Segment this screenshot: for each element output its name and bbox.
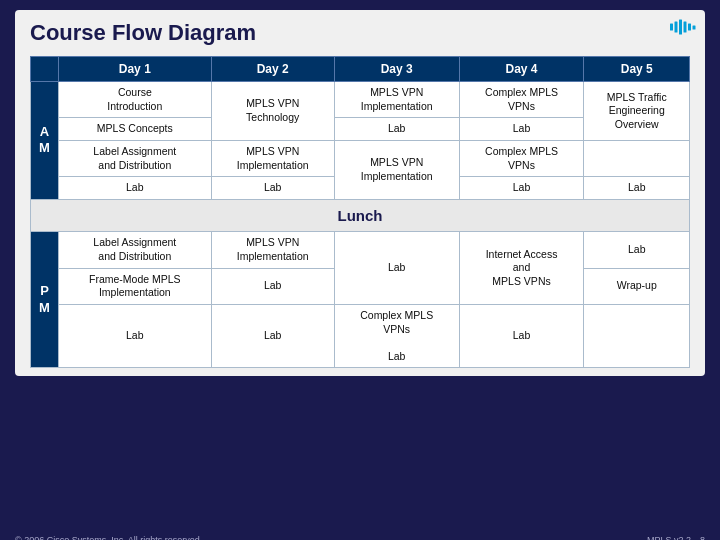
pm-3-day3: Complex MPLSVPNsLab [334,304,459,368]
lunch-row: Lunch [31,199,690,232]
header-empty [31,57,59,82]
pm-1-day4: Internet AccessandMPLS VPNs [459,232,584,305]
pm-2-day5: Wrap-up [584,268,690,304]
am-row-1: AM CourseIntroduction MPLS VPNTechnology… [31,82,690,118]
footer-copyright: © 2006 Cisco Systems, Inc. All rights re… [15,535,202,540]
pm-3-day4: Lab [459,304,584,368]
pm-2-day1: Frame-Mode MPLSImplementation [59,268,212,304]
am-3-day4: Complex MPLSVPNs [459,140,584,176]
pm-1-day2: MPLS VPNImplementation [211,232,334,268]
am-2-day4: Lab [459,118,584,141]
am-4-day5: Lab [584,177,690,200]
am-4-day2: Lab [211,177,334,200]
footer-version: MPLS v2.2—8 [647,535,705,540]
page-title: Course Flow Diagram [30,20,690,46]
am-1-day4: Complex MPLSVPNs [459,82,584,118]
pm-3-day1: Lab [59,304,212,368]
pm-2-day2: Lab [211,268,334,304]
am-2-day3: Lab [334,118,459,141]
am-1-day1: CourseIntroduction [59,82,212,118]
am-1-day3: MPLS VPNImplementation [334,82,459,118]
am-3-day1: Label Assignmentand Distribution [59,140,212,176]
pm-row-3: Lab Lab Complex MPLSVPNsLab Lab [31,304,690,368]
svg-rect-3 [684,22,687,33]
header-day2: Day 2 [211,57,334,82]
svg-rect-2 [679,20,682,35]
am-3-day3: MPLS VPNImplementation [334,140,459,199]
svg-rect-1 [675,22,678,33]
header-day4: Day 4 [459,57,584,82]
am-1-day2: MPLS VPNTechnology [211,82,334,141]
pm-3-day5 [584,304,690,368]
header-row: Day 1 Day 2 Day 3 Day 4 Day 5 [31,57,690,82]
am-4-day1: Lab [59,177,212,200]
content-area: Course Flow Diagram Day 1 Day 2 Day 3 Da… [15,10,705,376]
am-label: AM [31,82,59,200]
am-row-3: Label Assignmentand Distribution MPLS VP… [31,140,690,176]
page: Course Flow Diagram Day 1 Day 2 Day 3 Da… [0,10,720,540]
footer: © 2006 Cisco Systems, Inc. All rights re… [15,535,705,540]
svg-rect-5 [693,26,696,30]
pm-1-day1: Label Assignmentand Distribution [59,232,212,268]
pm-1-day3: Lab [334,232,459,305]
pm-label: PM [31,232,59,368]
pm-1-day5: Lab [584,232,690,268]
am-1-day5: MPLS TrafficEngineeringOverview [584,82,690,141]
svg-rect-4 [688,24,691,31]
am-2-day1: MPLS Concepts [59,118,212,141]
pm-row-1: PM Label Assignmentand Distribution MPLS… [31,232,690,268]
am-3-day5 [584,140,690,176]
am-3-day2: MPLS VPNImplementation [211,140,334,176]
header-day5: Day 5 [584,57,690,82]
lunch-cell: Lunch [31,199,690,232]
svg-rect-0 [670,24,673,31]
pm-3-day2: Lab [211,304,334,368]
header-day1: Day 1 [59,57,212,82]
am-4-day4: Lab [459,177,584,200]
course-flow-table: Day 1 Day 2 Day 3 Day 4 Day 5 AM CourseI… [30,56,690,368]
cisco-logo [670,18,700,36]
header-day3: Day 3 [334,57,459,82]
